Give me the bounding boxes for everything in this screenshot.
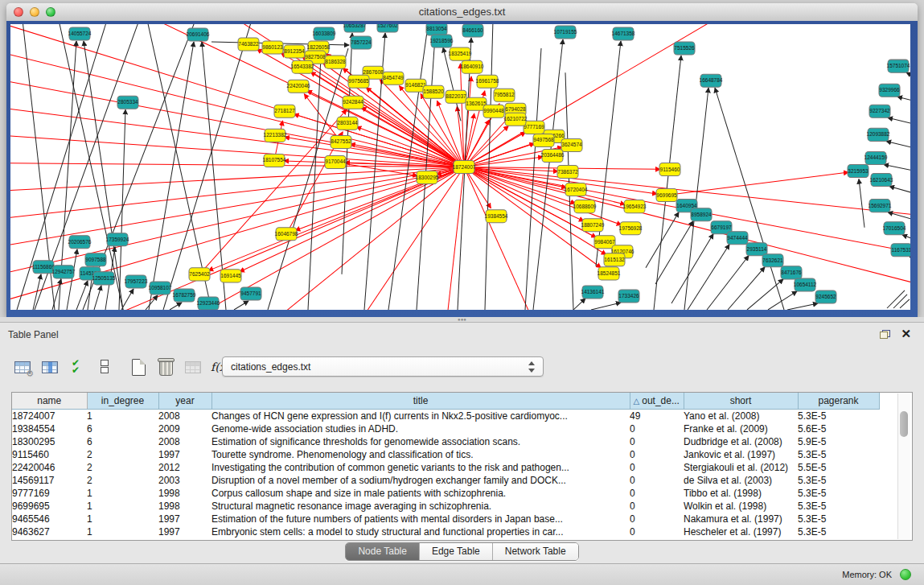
graph-node[interactable]: 16720404 xyxy=(565,183,588,196)
graph-node[interactable]: 7515526 xyxy=(674,42,695,55)
graph-node[interactable]: 9115460 xyxy=(659,163,680,175)
graph-node[interactable]: 1615132 xyxy=(604,253,625,266)
table-cell[interactable]: 1997 xyxy=(158,525,211,538)
graph-node[interactable]: 16543382 xyxy=(291,60,314,73)
citation-edge[interactable] xyxy=(889,187,910,200)
table-cell[interactable]: Tourette syndrome. Phenomenology and cla… xyxy=(211,448,630,461)
graph-node[interactable]: 18107554 xyxy=(263,154,286,167)
graph-node[interactable]: 20206576 xyxy=(68,236,92,249)
table-cell[interactable]: Investigating the contribution of common… xyxy=(211,461,630,474)
graph-node[interactable]: 19384554 xyxy=(485,210,508,223)
graph-node[interactable]: 16210643 xyxy=(870,174,893,187)
divider-grip-icon[interactable]: ●●● xyxy=(456,318,469,321)
citation-edge[interactable] xyxy=(910,257,910,268)
graph-node[interactable]: 12942757 xyxy=(52,266,76,278)
table-cell[interactable]: 5.3E-5 xyxy=(798,409,879,422)
graph-node[interactable]: 8471676 xyxy=(781,266,802,279)
citation-edge[interactable] xyxy=(728,267,765,310)
column-header-pagerank[interactable]: pagerank xyxy=(798,393,879,409)
table-cell[interactable]: Stergiakouli et al. (2012) xyxy=(684,461,798,474)
table-cell[interactable]: Franke et al. (2009) xyxy=(684,422,798,435)
table-cell[interactable]: Tibbo et al. (1998) xyxy=(684,487,798,500)
table-cell[interactable]: 9465546 xyxy=(12,513,87,525)
table-row[interactable]: 946554611997Estimation of the future num… xyxy=(12,513,879,525)
table-row[interactable]: 969969511998Structural magnetic resonanc… xyxy=(12,500,879,513)
graph-node[interactable]: 7463822 xyxy=(238,38,259,51)
table-cell[interactable]: 2 xyxy=(87,448,158,461)
graph-node[interactable]: 18325419 xyxy=(449,47,472,60)
table-row[interactable]: 1938455462009Genome-wide association stu… xyxy=(12,422,879,435)
graph-node[interactable]: 10653287 xyxy=(343,24,367,32)
table-cell[interactable]: Dudbridge et al. (2008) xyxy=(684,435,798,448)
table-cell[interactable]: 2 xyxy=(87,461,158,474)
graph-node[interactable]: 9170044 xyxy=(325,155,346,168)
table-cell[interactable]: Structural magnetic resonance image aver… xyxy=(211,500,630,513)
graph-node[interactable]: 8186328 xyxy=(325,56,346,68)
table-cell[interactable]: Embryonic stem cells: a model to study s… xyxy=(211,525,630,538)
table-cell[interactable]: de Silva et al. (2003) xyxy=(684,474,798,487)
citation-edge[interactable] xyxy=(715,88,784,310)
graph-node[interactable]: 18524851 xyxy=(598,267,621,280)
graph-node[interactable]: 2935114 xyxy=(746,243,767,256)
graph-node[interactable]: 2803144 xyxy=(337,117,358,130)
table-cell[interactable]: 0 xyxy=(630,500,684,513)
close-panel-icon[interactable]: ✕ xyxy=(901,327,911,341)
citation-edge[interactable] xyxy=(646,212,679,268)
citation-edge[interactable] xyxy=(170,303,182,310)
table-cell[interactable]: 5.3E-5 xyxy=(798,474,879,487)
table-cell[interactable]: 0 xyxy=(630,513,684,525)
graph-node[interactable]: 9474444 xyxy=(727,232,748,245)
citation-edge[interactable] xyxy=(596,41,621,266)
table-cell[interactable]: 1998 xyxy=(158,500,211,513)
import-table-button[interactable] xyxy=(182,356,204,378)
table-cell[interactable]: Corpus callosum shape and size in male p… xyxy=(211,487,630,500)
column-header-title[interactable]: title xyxy=(211,393,630,409)
citation-edge[interactable] xyxy=(886,141,910,153)
graph-node[interactable]: 9245652 xyxy=(815,290,836,303)
column-header-out_de[interactable]: △out_de... xyxy=(630,393,684,409)
citation-network-graph[interactable]: 1872400718300295193845549777169974626694… xyxy=(10,24,910,310)
graph-node[interactable]: 10958107 xyxy=(149,282,172,295)
table-cell[interactable]: Hescheler et al. (1997) xyxy=(684,525,798,538)
graph-node[interactable]: 17957223 xyxy=(125,275,148,288)
select-all-button[interactable]: ✔✔ xyxy=(66,356,88,378)
graph-node[interactable]: 8822037 xyxy=(446,90,466,103)
citation-edge[interactable] xyxy=(464,157,543,167)
table-row[interactable]: 946362711997Embryonic stem cells: a mode… xyxy=(12,525,879,538)
table-cell[interactable]: 22420046 xyxy=(12,461,87,474)
table-mode-button[interactable]: ⚙ xyxy=(11,356,34,378)
citation-edge[interactable] xyxy=(121,289,133,310)
graph-node[interactable]: 18807249 xyxy=(581,219,605,232)
table-cell[interactable]: 1997 xyxy=(158,448,211,461)
table-cell[interactable]: 5.3E-5 xyxy=(798,448,879,461)
graph-node[interactable]: 1167531 xyxy=(891,244,910,257)
table-cell[interactable]: 2003 xyxy=(158,474,211,487)
graph-node[interactable]: 19654923 xyxy=(623,200,647,213)
citation-edge[interactable] xyxy=(163,24,252,310)
citation-edge[interactable] xyxy=(342,33,352,274)
table-cell[interactable]: Changes of HCN gene expression and I(f) … xyxy=(211,409,630,422)
table-cell[interactable]: Jankovic et al. (1997) xyxy=(684,448,798,461)
citation-edge[interactable] xyxy=(747,279,783,310)
table-cell[interactable]: Disruption of a novel member of a sodium… xyxy=(211,474,630,487)
citation-edge[interactable] xyxy=(573,299,585,310)
graph-node[interactable]: 16210722 xyxy=(504,113,528,126)
table-cell[interactable]: 18300295 xyxy=(12,435,87,448)
graph-node[interactable]: 12093882 xyxy=(867,128,890,141)
graph-node[interactable]: 10654112 xyxy=(794,278,817,291)
table-cell[interactable]: 19384554 xyxy=(12,422,87,435)
scrollbar-thumb[interactable] xyxy=(900,411,908,437)
graph-node[interactable]: 1588520 xyxy=(423,85,444,98)
table-cell[interactable]: 0 xyxy=(630,422,684,435)
table-cell[interactable]: 9777169 xyxy=(12,487,87,500)
table-cell[interactable]: 5.9E-5 xyxy=(798,435,879,448)
table-row[interactable]: 911546021997Tourette syndrome. Phenomeno… xyxy=(12,448,879,461)
citation-edge[interactable] xyxy=(787,303,818,310)
graph-node[interactable]: 22420046 xyxy=(287,80,310,93)
graph-node[interactable]: 9497568 xyxy=(533,134,554,146)
graph-node[interactable]: 3215953 xyxy=(848,164,869,177)
table-cell[interactable]: 2012 xyxy=(158,461,211,474)
citation-edge[interactable] xyxy=(655,221,693,284)
citation-edge[interactable] xyxy=(83,24,195,310)
table-cell[interactable]: Estimation of the future numbers of pati… xyxy=(211,513,630,525)
